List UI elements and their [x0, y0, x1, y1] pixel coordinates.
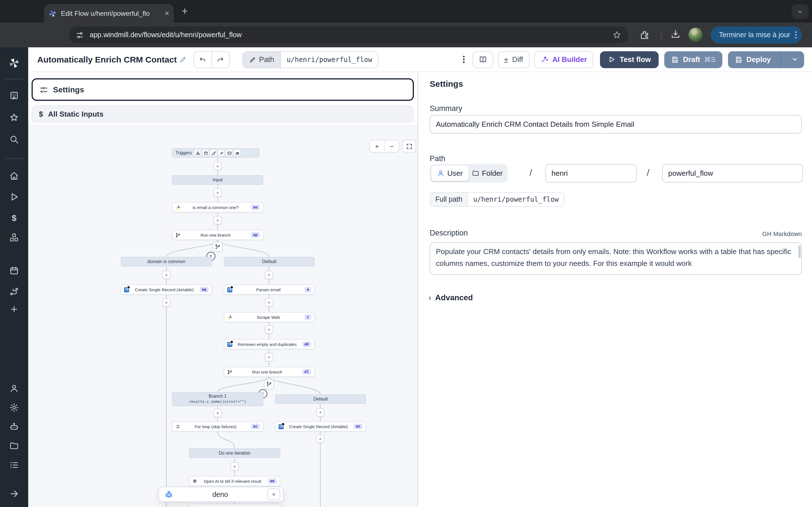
dollar-icon: $	[39, 110, 43, 118]
watch-binoculars-icon[interactable]	[234, 150, 240, 156]
avatar[interactable]	[689, 27, 703, 42]
window-chevron-button[interactable]	[792, 4, 809, 19]
expand-sidebar-arrow-icon[interactable]	[9, 489, 19, 499]
step-node-openai-relevant[interactable]: Open AI to tell if relevant result ae	[189, 476, 280, 486]
step-node-parses-email[interactable]: TS Parses email a	[224, 284, 315, 295]
new-tab-button[interactable]: +	[182, 5, 188, 17]
resources-cubes-icon[interactable]	[9, 233, 19, 242]
tab-close-icon[interactable]: ×	[165, 10, 169, 17]
fullscreen-button[interactable]	[402, 140, 416, 153]
input-node[interactable]: Input	[172, 175, 263, 185]
webhook-icon[interactable]	[195, 150, 201, 156]
step-node-is-email-common[interactable]: Is email a common one? ao	[172, 202, 263, 212]
edit-title-pencil-icon[interactable]	[179, 56, 186, 63]
add-plus-icon[interactable]	[10, 305, 18, 314]
user-toggle-option[interactable]: User	[432, 166, 469, 181]
user-icon[interactable]	[9, 384, 19, 393]
email-icon[interactable]	[226, 150, 232, 156]
browser-update-button[interactable]: Terminer la mise à jour	[711, 26, 802, 43]
loop-icon	[175, 424, 181, 429]
favorites-star-icon[interactable]	[9, 113, 19, 122]
home-icon[interactable]	[9, 171, 19, 181]
step-node-scrape-web[interactable]: Scrape Web c	[224, 312, 315, 322]
add-step-button[interactable]: +	[265, 353, 273, 361]
zoom-in-button[interactable]: +	[370, 140, 384, 152]
step-node-run-one-branch-2[interactable]: Run one branch al	[224, 367, 315, 377]
schedule-icon[interactable]	[202, 150, 209, 156]
folders-icon[interactable]	[9, 441, 19, 451]
diff-button[interactable]: ± Diff	[498, 51, 529, 68]
browser-menu-kebab-icon[interactable]	[795, 31, 797, 39]
search-icon[interactable]	[9, 135, 19, 144]
address-bar[interactable]: app.windmill.dev/flows/edit/u/henri/powe…	[69, 26, 628, 43]
add-step-button[interactable]: +	[316, 435, 324, 443]
triggers-node[interactable]: Triggers	[172, 148, 259, 158]
add-step-button[interactable]: +	[162, 298, 170, 307]
branch-header-branch-1[interactable]: Branch 1 results.c.some((x)=>x!="")	[172, 392, 263, 406]
add-step-button[interactable]: +	[213, 216, 222, 224]
workers-robot-icon[interactable]	[9, 422, 19, 432]
bookmark-star-icon[interactable]	[612, 31, 621, 40]
step-node-for-loop[interactable]: For loop (skip failures) ac	[172, 421, 263, 432]
add-step-button[interactable]: +	[265, 298, 273, 307]
route-icon[interactable]	[210, 150, 216, 156]
redo-button[interactable]	[211, 52, 229, 67]
save-icon	[734, 55, 742, 63]
zoom-out-button[interactable]: −	[384, 140, 399, 152]
branch-header-domain-is-common[interactable]: domain is common	[121, 257, 212, 267]
tune-icon[interactable]	[75, 31, 84, 39]
description-textarea[interactable]: Populate your CRM contacts' details from…	[430, 242, 802, 275]
add-step-button[interactable]: +	[162, 271, 170, 279]
routes-icon[interactable]	[9, 287, 19, 296]
schedules-calendar-icon[interactable]	[9, 266, 19, 276]
add-step-button[interactable]: +	[213, 162, 222, 170]
add-branch-button[interactable]	[264, 379, 274, 389]
add-step-button[interactable]: +	[231, 462, 239, 471]
variables-dollar-icon[interactable]: $	[12, 213, 17, 223]
popup-close-button[interactable]: ×	[267, 489, 280, 500]
browser-tab[interactable]: Edit Flow u/henri/powerful_flo ×	[44, 4, 174, 22]
step-node-create-single-record-2[interactable]: TS Create Single Record (Airtable) an	[275, 421, 366, 432]
advanced-disclosure[interactable]: › Advanced	[428, 293, 473, 302]
sliders-icon	[40, 86, 48, 94]
folder-toggle-option[interactable]: Folder	[469, 166, 506, 181]
audit-logs-icon[interactable]	[9, 460, 19, 470]
step-node-partial[interactable]	[189, 504, 280, 507]
runs-play-icon[interactable]	[9, 192, 19, 202]
windmill-logo-icon[interactable]	[8, 57, 20, 69]
add-step-button[interactable]: +	[265, 325, 273, 334]
add-branch-button[interactable]	[213, 242, 223, 252]
description-scrollbar[interactable]	[799, 245, 801, 258]
docs-book-button[interactable]	[472, 51, 493, 68]
step-node-create-single-record[interactable]: TS Create Single Record (Airtable) aq	[121, 284, 212, 295]
undo-button[interactable]	[194, 52, 211, 67]
download-icon[interactable]	[670, 29, 680, 40]
summary-input[interactable]	[430, 115, 802, 133]
all-static-inputs-card[interactable]: $ All Static Inputs	[32, 105, 414, 123]
header-kebab-menu[interactable]	[463, 56, 464, 63]
path-name-input[interactable]	[662, 164, 803, 182]
workspace-icon[interactable]	[9, 91, 19, 100]
add-step-button[interactable]: +	[213, 409, 222, 417]
branch-header-default[interactable]: Default	[224, 257, 315, 267]
deploy-button[interactable]: Deploy	[728, 51, 804, 68]
path-chip[interactable]: Path u/henri/powerful_flow	[242, 51, 378, 68]
settings-card[interactable]: Settings	[32, 78, 414, 101]
flow-graph-canvas[interactable]: + − Triggers + Input + Is email a common…	[28, 125, 417, 507]
settings-gear-icon[interactable]	[9, 403, 19, 412]
step-node-removes-empty-duplicates[interactable]: TS Removes empty and duplicates ak	[224, 339, 315, 349]
step-node-run-one-branch[interactable]: Run one branch ap	[172, 230, 263, 240]
path-owner-input[interactable]	[545, 164, 637, 182]
add-step-button[interactable]: +	[265, 271, 273, 279]
test-flow-button[interactable]: Test flow	[600, 51, 659, 68]
add-step-button[interactable]: +	[213, 188, 222, 197]
extensions-puzzle-icon[interactable]	[640, 30, 650, 40]
websocket-plug-icon[interactable]	[218, 150, 224, 156]
branch-header-default-2[interactable]: Default	[275, 394, 366, 404]
add-step-button[interactable]: +	[316, 408, 324, 416]
draft-button[interactable]: Draft ⌘S	[665, 51, 722, 68]
ai-builder-button[interactable]: AI Builder	[534, 51, 593, 68]
do-one-iteration-header[interactable]: Do one iteration	[189, 448, 280, 458]
deno-popup[interactable]: deno ×	[158, 487, 284, 502]
deploy-dropdown-button[interactable]	[785, 56, 804, 63]
